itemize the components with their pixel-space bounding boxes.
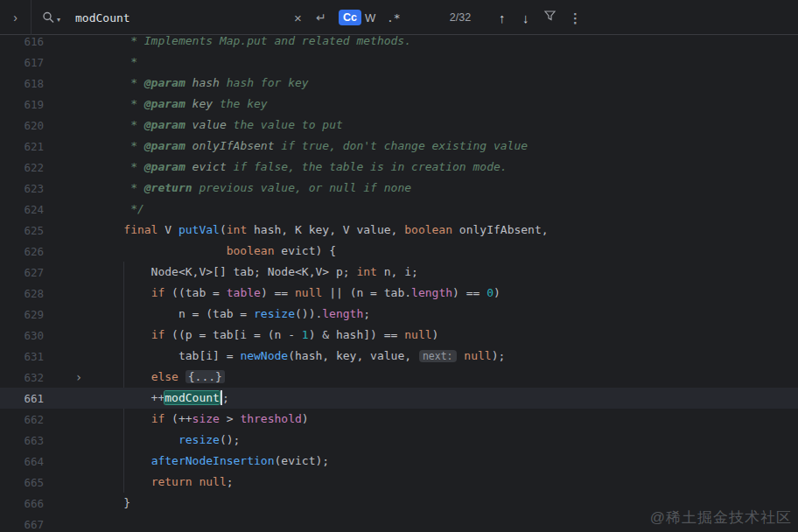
code-line[interactable]: 629 n = (tab = resize()).length; xyxy=(0,304,798,325)
search-match-current: modCount xyxy=(164,391,220,404)
line-number[interactable]: 618 xyxy=(0,77,44,90)
code-line[interactable]: 663 resize(); xyxy=(0,430,798,451)
line-number[interactable]: 627 xyxy=(0,266,44,279)
code-text: final V putVal(int hash, K key, V value,… xyxy=(96,220,549,241)
fold-chevron-icon[interactable]: › xyxy=(68,371,89,383)
code-text: else {...} xyxy=(96,367,225,388)
code-line[interactable]: 631 tab[i] = newNode(hash, key, value, n… xyxy=(0,346,798,367)
funnel-icon xyxy=(543,9,556,22)
code-line[interactable]: 661 ++modCount; xyxy=(0,388,798,409)
code-text: n = (tab = resize()).length; xyxy=(96,304,370,325)
watermark: @稀土掘金技术社区 xyxy=(650,508,792,528)
code-text: * @param onlyIfAbsent if true, don't cha… xyxy=(96,136,528,157)
find-toolbar: › ▾ × ↵ Cc W .* 2/32 ↑ ↓ ⋮ xyxy=(0,0,798,35)
editor-lines: 616 * Implements Map.put and related met… xyxy=(0,36,798,532)
code-text: resize(); xyxy=(96,430,240,451)
code-line[interactable]: 662 if (++size > threshold) xyxy=(0,409,798,430)
line-number[interactable]: 632 xyxy=(0,371,44,384)
line-number[interactable]: 623 xyxy=(0,182,44,195)
line-number[interactable]: 622 xyxy=(0,161,44,174)
line-number[interactable]: 624 xyxy=(0,203,44,216)
line-number[interactable]: 620 xyxy=(0,119,44,132)
line-number[interactable]: 662 xyxy=(0,413,44,426)
line-number[interactable]: 661 xyxy=(0,392,44,405)
line-number[interactable]: 666 xyxy=(0,497,44,510)
code-text: * @param hash hash for key xyxy=(96,73,309,94)
line-number[interactable]: 665 xyxy=(0,476,44,489)
line-number[interactable]: 626 xyxy=(0,245,44,258)
code-text: afterNodeInsertion(evict); xyxy=(96,451,329,472)
more-options-icon[interactable]: ⋮ xyxy=(569,10,582,24)
code-line[interactable]: 622 * @param evict if false, the table i… xyxy=(0,157,798,178)
magnifier-icon xyxy=(42,10,55,24)
code-line[interactable]: 627 Node<K,V>[] tab; Node<K,V> p; int n,… xyxy=(0,262,798,283)
code-text: * @return previous value, or null if non… xyxy=(96,178,411,199)
folded-code-placeholder[interactable]: {...} xyxy=(186,370,225,383)
code-line[interactable]: 618 * @param hash hash for key xyxy=(0,73,798,94)
code-text: * @param key the key xyxy=(96,94,268,115)
line-number[interactable]: 667 xyxy=(0,518,44,531)
regex-toggle[interactable]: .* xyxy=(387,10,401,24)
code-line[interactable]: 664 afterNodeInsertion(evict); xyxy=(0,451,798,472)
code-editor[interactable]: 616 * Implements Map.put and related met… xyxy=(0,36,798,532)
code-line[interactable]: 623 * @return previous value, or null if… xyxy=(0,178,798,199)
line-number[interactable]: 621 xyxy=(0,140,44,153)
code-text: * xyxy=(96,52,137,73)
line-number[interactable]: 619 xyxy=(0,98,44,111)
code-line[interactable]: 616 * Implements Map.put and related met… xyxy=(0,36,798,52)
newline-icon[interactable]: ↵ xyxy=(316,11,326,24)
line-number[interactable]: 630 xyxy=(0,329,44,342)
search-icon[interactable]: ▾ xyxy=(42,10,60,24)
filter-button[interactable] xyxy=(543,9,556,25)
next-match-button[interactable]: ↓ xyxy=(522,10,529,24)
line-number[interactable]: 625 xyxy=(0,224,44,237)
code-line[interactable]: 626 boolean evict) { xyxy=(0,241,798,262)
code-text: } xyxy=(96,493,130,514)
code-line[interactable]: 620 * @param value the value to put xyxy=(0,115,798,136)
previous-match-button[interactable]: ↑ xyxy=(499,10,506,24)
code-line[interactable]: 621 * @param onlyIfAbsent if true, don't… xyxy=(0,136,798,157)
code-text: return null; xyxy=(96,472,234,493)
code-line[interactable]: 617 * xyxy=(0,52,798,73)
code-line[interactable]: 624 */ xyxy=(0,199,798,220)
code-text: ++modCount; xyxy=(96,388,229,409)
match-case-toggle[interactable]: Cc xyxy=(339,10,361,25)
match-count: 2/32 xyxy=(436,11,485,24)
code-text: if (++size > threshold) xyxy=(96,409,309,430)
search-history-dropdown-icon[interactable]: ▾ xyxy=(57,15,60,24)
code-text: * @param evict if false, the table is in… xyxy=(96,157,508,178)
line-number[interactable]: 631 xyxy=(0,350,44,363)
line-number[interactable]: 664 xyxy=(0,455,44,468)
chevron-right-icon: › xyxy=(13,10,18,24)
replace-toggle-chevron-icon[interactable]: › xyxy=(0,0,32,35)
code-text: Node<K,V>[] tab; Node<K,V> p; int n, i; xyxy=(96,262,418,283)
whole-words-toggle[interactable]: W xyxy=(365,10,375,24)
line-number[interactable]: 617 xyxy=(0,56,44,69)
code-text: * Implements Map.put and related methods… xyxy=(96,36,411,52)
code-text: * @param value the value to put xyxy=(96,115,343,136)
code-text: if ((p = tab[i = (n - 1) & hash]) == nul… xyxy=(96,325,438,346)
code-line[interactable]: 665 return null; xyxy=(0,472,798,493)
code-text: boolean evict) { xyxy=(96,241,336,262)
parameter-hint-inlay[interactable]: next: xyxy=(419,350,457,362)
code-text: tab[i] = newNode(hash, key, value, next:… xyxy=(96,346,505,367)
code-line[interactable]: 619 * @param key the key xyxy=(0,94,798,115)
code-line[interactable]: 628 if ((tab = table) == null || (n = ta… xyxy=(0,283,798,304)
line-number[interactable]: 628 xyxy=(0,287,44,300)
search-input[interactable] xyxy=(75,10,284,24)
code-line[interactable]: 625 final V putVal(int hash, K key, V va… xyxy=(0,220,798,241)
code-line[interactable]: 630 if ((p = tab[i = (n - 1) & hash]) ==… xyxy=(0,325,798,346)
code-text: if ((tab = table) == null || (n = tab.le… xyxy=(96,283,500,304)
line-number[interactable]: 629 xyxy=(0,308,44,321)
line-number[interactable]: 663 xyxy=(0,434,44,447)
code-line[interactable]: 632› else {...} xyxy=(0,367,798,388)
line-number[interactable]: 616 xyxy=(0,36,44,48)
clear-search-icon[interactable]: × xyxy=(294,10,302,24)
text-caret xyxy=(220,390,222,405)
code-text: */ xyxy=(96,199,144,220)
